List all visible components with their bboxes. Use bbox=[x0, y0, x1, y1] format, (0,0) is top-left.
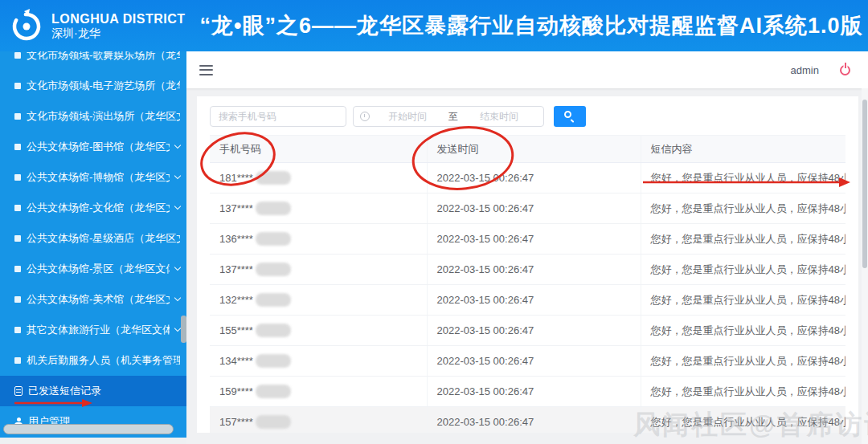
sidebar-item[interactable]: 其它文体旅游行业（龙华区文体局） bbox=[0, 315, 186, 345]
square-icon bbox=[14, 357, 21, 364]
username-label[interactable]: admin bbox=[791, 64, 819, 76]
top-toolbar: admin bbox=[186, 51, 868, 88]
end-time-field[interactable]: 结束时间 bbox=[461, 110, 537, 124]
sidebar-item-label: 公共文体场馆-图书馆（龙华区文体局） bbox=[27, 140, 170, 154]
sidebar-item[interactable]: 机关后勤服务人员（机关事务管理中心） bbox=[0, 345, 186, 376]
sidebar-item[interactable]: 公共文体场馆-景区（龙华区文体局） bbox=[0, 254, 186, 284]
content-scrollbar-thumb[interactable] bbox=[862, 100, 867, 268]
send-time: 2022-03-15 00:26:47 bbox=[427, 163, 641, 193]
system-title: “龙•眼”之6——龙华区暴露行业自动核酸比对提醒监督AI系统1.0版 bbox=[200, 11, 863, 40]
redacted-blur bbox=[256, 324, 291, 337]
phone-search-input[interactable] bbox=[210, 106, 346, 127]
redacted-blur bbox=[256, 263, 291, 276]
table-row: 136**** 2022-03-15 00:26:47 您好，您是重点行业从业人… bbox=[210, 224, 845, 255]
chevron-down-icon bbox=[174, 264, 181, 271]
sms-content: 您好，您是重点行业从业人员，应保持48小时核酸检测。 ... bbox=[641, 163, 845, 193]
sidebar-item-label: 公共文体场馆-景区（龙华区文体局） bbox=[27, 262, 170, 276]
square-icon bbox=[14, 327, 21, 333]
sidebar-item-label: 公共文体场馆-文化馆（龙华区文体局） bbox=[27, 201, 170, 215]
column-header-send-time: 发送时间 bbox=[427, 136, 641, 163]
redacted-blur bbox=[256, 354, 291, 368]
sidebar-item-label: 文化市场领域-歌舞娱乐场所（龙华区文体局） bbox=[27, 51, 180, 63]
square-icon bbox=[14, 52, 21, 59]
send-time: 2022-03-15 00:26:47 bbox=[427, 316, 641, 346]
chevron-down-icon bbox=[174, 142, 181, 149]
menu-toggle-icon[interactable] bbox=[199, 65, 213, 75]
chevron-down-icon bbox=[174, 295, 181, 301]
table-row: 155**** 2022-03-15 00:26:47 您好，您是重点行业从业人… bbox=[210, 316, 845, 346]
square-icon bbox=[14, 174, 21, 181]
sms-content: 您好，您是重点行业从业人员，应保持48小时核酸检测。 ... bbox=[641, 255, 845, 285]
sms-content: 您好，您是重点行业从业人员，应保持48小时核酸检测。 ... bbox=[641, 377, 845, 407]
logo-subtitle: 深圳·龙华 bbox=[51, 27, 186, 39]
sidebar-item[interactable]: 公共文体场馆-文化馆（龙华区文体局） bbox=[0, 193, 186, 223]
main-content: admin 开始时间 至 结束时间 bbox=[186, 51, 868, 444]
search-icon bbox=[564, 111, 571, 118]
sidebar-item[interactable]: 公共文体场馆-图书馆（龙华区文体局） bbox=[0, 132, 186, 162]
sidebar-item-label: 公共文体场馆-博物馆（龙华区文体局） bbox=[27, 170, 170, 185]
app-window: LONGHUA DISTRICT 深圳·龙华 “龙•眼”之6——龙华区暴露行业自… bbox=[0, 0, 868, 444]
date-range-picker[interactable]: 开始时间 至 结束时间 bbox=[353, 106, 544, 127]
start-time-field[interactable]: 开始时间 bbox=[370, 110, 445, 124]
sidebar-item-label: 已发送短信记录 bbox=[28, 384, 101, 398]
redacted-blur bbox=[256, 293, 291, 307]
table-body: 181**** 2022-03-15 00:26:47 您好，您是重点行业从业人… bbox=[210, 163, 845, 434]
sidebar-horizontal-scrollbar[interactable] bbox=[3, 424, 174, 434]
app-header: LONGHUA DISTRICT 深圳·龙华 “龙•眼”之6——龙华区暴露行业自… bbox=[0, 0, 868, 51]
table-row: 181**** 2022-03-15 00:26:47 您好，您是重点行业从业人… bbox=[210, 163, 845, 193]
table-row: 137**** 2022-03-15 00:26:47 您好，您是重点行业从业人… bbox=[210, 193, 845, 224]
square-icon bbox=[14, 83, 21, 89]
send-time: 2022-03-15 00:26:47 bbox=[427, 407, 641, 434]
send-time: 2022-03-15 00:26:47 bbox=[427, 224, 641, 255]
table-row: 157**** 2022-03-15 00:26:47 您好，您是重点行业从业人… bbox=[210, 407, 845, 434]
send-time: 2022-03-15 00:26:47 bbox=[427, 255, 641, 285]
logo-title: LONGHUA DISTRICT bbox=[51, 12, 186, 26]
sidebar-item[interactable]: 已发送短信记录 bbox=[0, 376, 186, 406]
square-icon bbox=[14, 296, 21, 303]
sidebar-item[interactable]: 文化市场领域-歌舞娱乐场所（龙华区文体局） bbox=[0, 51, 186, 71]
sidebar-nav: 文化市场领域-歌舞娱乐场所（龙华区文体局） 文化市场领域-电子游艺场所（龙华区文… bbox=[0, 51, 186, 438]
redacted-blur bbox=[256, 232, 291, 246]
sms-content: 您好，您是重点行业从业人员，应保持48小时核酸检测。 ... bbox=[641, 224, 845, 255]
sidebar-vertical-scrollbar[interactable] bbox=[181, 316, 186, 343]
redacted-blur bbox=[256, 171, 291, 185]
column-header-sms-content: 短信内容 bbox=[641, 136, 845, 163]
chevron-down-icon bbox=[174, 173, 181, 179]
sms-content: 您好，您是重点行业从业人员，应保持48小时核酸检测。 ... bbox=[641, 346, 845, 377]
sidebar-item[interactable]: 公共文体场馆-美术馆（龙华区文体局） bbox=[0, 284, 186, 315]
records-panel: 开始时间 至 结束时间 手机号码 发送时间 短信内容 bbox=[197, 96, 858, 433]
phone-number: 134**** bbox=[219, 355, 253, 367]
phone-number: 157**** bbox=[219, 416, 253, 428]
table-row: 132**** 2022-03-15 00:26:47 您好，您是重点行业从业人… bbox=[210, 285, 845, 316]
longhua-logo-icon bbox=[8, 7, 45, 44]
square-icon bbox=[14, 235, 21, 242]
sidebar-item[interactable]: 文化市场领域-电子游艺场所（龙华区文体局） bbox=[0, 71, 186, 101]
range-separator-label: 至 bbox=[445, 110, 461, 124]
table-row: 159**** 2022-03-15 00:26:47 您好，您是重点行业从业人… bbox=[210, 377, 845, 407]
sms-content: 您好，您是重点行业从业人员，应保持48小时核酸检测。 ... bbox=[641, 193, 845, 224]
redacted-blur bbox=[256, 202, 291, 215]
table-header-row: 手机号码 发送时间 短信内容 bbox=[210, 136, 845, 163]
sidebar-menu: 文化市场领域-歌舞娱乐场所（龙华区文体局） 文化市场领域-电子游艺场所（龙华区文… bbox=[0, 51, 186, 437]
sidebar-item[interactable]: 公共文体场馆-博物馆（龙华区文体局） bbox=[0, 162, 186, 193]
logo: LONGHUA DISTRICT 深圳·龙华 bbox=[0, 7, 186, 44]
sidebar-item-label: 公共文体场馆-美术馆（龙华区文体局） bbox=[27, 292, 170, 307]
sidebar-item-label: 机关后勤服务人员（机关事务管理中心） bbox=[27, 353, 180, 368]
phone-number: 136**** bbox=[219, 233, 253, 245]
sidebar-item[interactable]: 公共文体场馆-星级酒店（龙华区文体局） bbox=[0, 223, 186, 254]
sidebar-item-label: 其它文体旅游行业（龙华区文体局） bbox=[27, 323, 170, 337]
sms-content: 您好，您是重点行业从业人员，应保持48小时核酸检测。 ... bbox=[641, 285, 845, 316]
phone-number: 137**** bbox=[219, 202, 253, 214]
square-icon bbox=[14, 113, 21, 120]
send-time: 2022-03-15 00:26:47 bbox=[427, 285, 641, 316]
redacted-blur bbox=[256, 415, 291, 429]
redacted-blur bbox=[256, 385, 291, 398]
chevron-down-icon bbox=[174, 325, 181, 332]
search-button[interactable] bbox=[554, 106, 586, 127]
sidebar-item[interactable]: 文化市场领域-演出场所（龙华区文体局） bbox=[0, 101, 186, 132]
sms-content: 您好，您是重点行业从业人员，应保持48小时核酸检测。 ... bbox=[641, 316, 845, 346]
logout-power-icon[interactable] bbox=[840, 65, 850, 75]
phone-number: 137**** bbox=[219, 263, 253, 275]
square-icon bbox=[14, 266, 21, 272]
phone-number: 155**** bbox=[219, 324, 253, 336]
